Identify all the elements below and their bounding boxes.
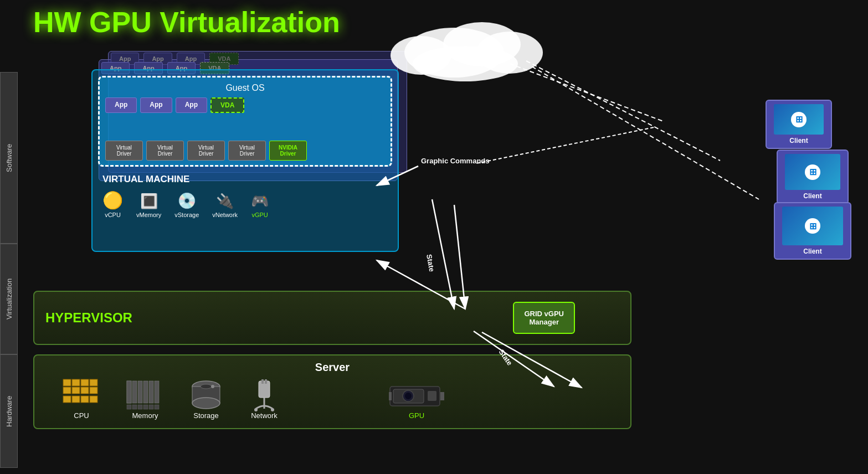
vmemory-component: 🔳 vMemory xyxy=(136,193,161,218)
hypervisor-title: HYPERVISOR xyxy=(45,310,513,326)
svg-rect-22 xyxy=(138,381,142,403)
drivers-row: VirtualDriver VirtualDriver VirtualDrive… xyxy=(105,141,385,161)
network-label: Network xyxy=(251,411,278,420)
vgpu-label: vGPU xyxy=(251,212,268,218)
client-1-container: ⊞ Client xyxy=(766,100,832,149)
svg-rect-17 xyxy=(81,396,89,403)
apps-row-main: App App App VDA xyxy=(105,97,385,113)
vmemory-icon: 🔳 xyxy=(140,193,158,210)
vmemory-label: vMemory xyxy=(136,212,161,218)
vnetwork-component: 🔌 vNetwork xyxy=(212,193,238,218)
client-2-screen: ⊞ xyxy=(785,154,840,190)
svg-rect-12 xyxy=(72,387,80,394)
server-title: Server xyxy=(45,361,619,374)
network-component: Network xyxy=(248,378,281,420)
memory-label: Memory xyxy=(132,411,158,420)
svg-rect-13 xyxy=(81,387,89,394)
svg-point-36 xyxy=(211,385,214,388)
svg-rect-25 xyxy=(155,381,159,403)
vgpu-component: 🎮 vGPU xyxy=(251,193,269,218)
win-logo-3: ⊞ xyxy=(805,218,820,234)
gpu-label: GPU xyxy=(409,411,424,420)
svg-rect-23 xyxy=(143,381,148,403)
driver-box-3: VirtualDriver xyxy=(187,141,225,161)
svg-point-45 xyxy=(405,393,412,399)
cloud-shape xyxy=(391,22,543,81)
vda-box-main: VDA xyxy=(210,97,244,113)
vnetwork-label: vNetwork xyxy=(212,212,238,218)
cpu-label: CPU xyxy=(74,411,89,420)
side-label-virtualization: Virtualization xyxy=(0,244,18,354)
hypervisor-container: HYPERVISOR GRID vGPUManager xyxy=(33,291,631,345)
client-3-label: Client xyxy=(782,248,844,255)
svg-point-34 xyxy=(192,398,220,409)
svg-rect-7 xyxy=(63,379,71,386)
svg-rect-24 xyxy=(149,381,153,403)
server-components-row: CPU Memory xyxy=(45,378,619,420)
vm-components-row: 🟡 vCPU 🔳 vMemory 💿 vStorage 🔌 vNetwork 🎮… xyxy=(102,190,388,218)
cpu-component: CPU xyxy=(62,378,101,420)
svg-point-4 xyxy=(413,46,518,81)
svg-rect-28 xyxy=(138,405,142,409)
client-back-1 xyxy=(476,127,654,163)
state-label-1: State xyxy=(425,254,436,272)
vstorage-component: 💿 vStorage xyxy=(174,192,199,218)
client-3-container: ⊞ Client xyxy=(774,202,851,260)
svg-rect-46 xyxy=(428,391,436,401)
vnetwork-icon: 🔌 xyxy=(216,193,234,210)
guest-os-container: Guest OS App App App VDA VirtualDriver V… xyxy=(98,76,392,167)
dashed-line-client3 xyxy=(532,66,759,199)
gpu-component: GPU xyxy=(389,381,444,420)
svg-rect-48 xyxy=(440,392,444,400)
svg-rect-31 xyxy=(155,405,159,409)
svg-rect-16 xyxy=(72,396,80,403)
grid-manager-box: GRID vGPUManager xyxy=(513,302,575,334)
client-3: ⊞ Client xyxy=(774,202,851,260)
vcpu-component: 🟡 vCPU xyxy=(102,190,123,218)
vm-section-bottom: VIRTUAL MACHINE 🟡 vCPU 🔳 vMemory 💿 vStor… xyxy=(98,171,392,221)
svg-rect-18 xyxy=(90,396,97,403)
main-vm-box: Guest OS App App App VDA VirtualDriver V… xyxy=(91,69,399,252)
dashed-line-client2 xyxy=(526,61,720,161)
vcpu-icon: 🟡 xyxy=(102,190,123,210)
vgpu-icon: 🎮 xyxy=(251,193,269,210)
client-2: ⊞ Client xyxy=(777,150,849,204)
win-logo-1: ⊞ xyxy=(791,112,807,127)
memory-component: Memory xyxy=(126,378,165,420)
svg-point-0 xyxy=(404,28,504,78)
app-box-1: App xyxy=(105,97,137,113)
svg-rect-38 xyxy=(261,379,264,384)
dashed-line-client1 xyxy=(510,64,665,122)
svg-rect-11 xyxy=(63,387,71,394)
client-1-label: Client xyxy=(773,137,824,145)
server-container: Server CPU xyxy=(33,354,631,429)
client-1: ⊞ Client xyxy=(766,100,832,149)
svg-point-1 xyxy=(443,22,521,66)
storage-icon xyxy=(189,378,223,411)
app-box-3: App xyxy=(176,97,207,113)
driver-box-2: VirtualDriver xyxy=(146,141,184,161)
graphic-commands-label: Graphic Commands xyxy=(421,157,490,165)
client-2-container: ⊞ Client xyxy=(777,150,849,204)
svg-rect-27 xyxy=(132,405,137,409)
gpu-icon xyxy=(389,381,444,411)
vm-title: VIRTUAL MACHINE xyxy=(102,174,388,185)
svg-rect-20 xyxy=(127,381,131,403)
svg-rect-26 xyxy=(127,405,131,409)
driver-box-4: VirtualDriver xyxy=(228,141,266,161)
side-label-hardware: Hardware xyxy=(0,354,18,468)
svg-rect-39 xyxy=(265,379,267,384)
svg-rect-21 xyxy=(132,381,137,403)
driver-box-1: VirtualDriver xyxy=(105,141,143,161)
svg-rect-9 xyxy=(81,379,89,386)
cpu-icon xyxy=(62,378,101,411)
client-3-screen: ⊞ xyxy=(782,207,843,245)
svg-rect-14 xyxy=(90,387,97,394)
app-box-2: App xyxy=(140,97,172,113)
win-logo-2: ⊞ xyxy=(805,164,820,180)
client-1-screen: ⊞ xyxy=(774,104,824,135)
nvidia-driver-box: NVIDIADriver xyxy=(269,141,307,161)
svg-rect-30 xyxy=(149,405,153,409)
storage-component: Storage xyxy=(189,378,223,420)
svg-rect-37 xyxy=(259,381,270,398)
